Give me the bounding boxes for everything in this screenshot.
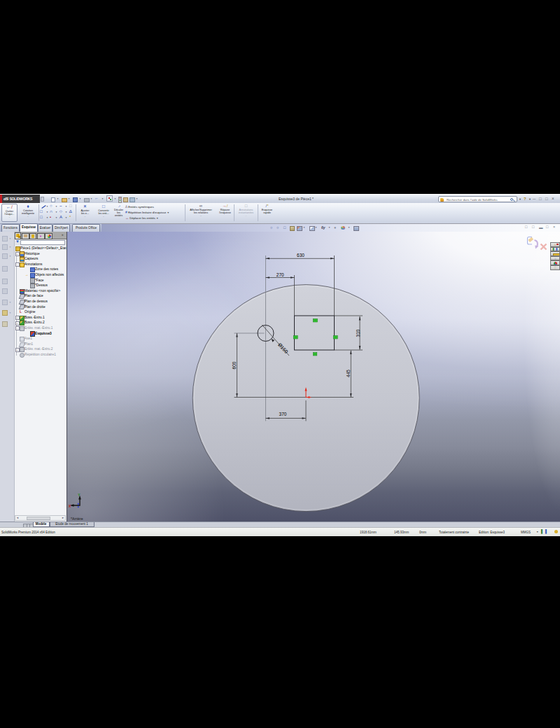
- svg-text:600: 600: [232, 361, 237, 369]
- svg-text:270: 270: [276, 272, 284, 277]
- svg-text:310: 310: [356, 329, 360, 337]
- svg-text:370: 370: [279, 412, 287, 416]
- svg-text:445: 445: [346, 370, 351, 377]
- svg-text:*Arrière: *Arrière: [71, 517, 83, 521]
- svg-text:630: 630: [297, 253, 304, 258]
